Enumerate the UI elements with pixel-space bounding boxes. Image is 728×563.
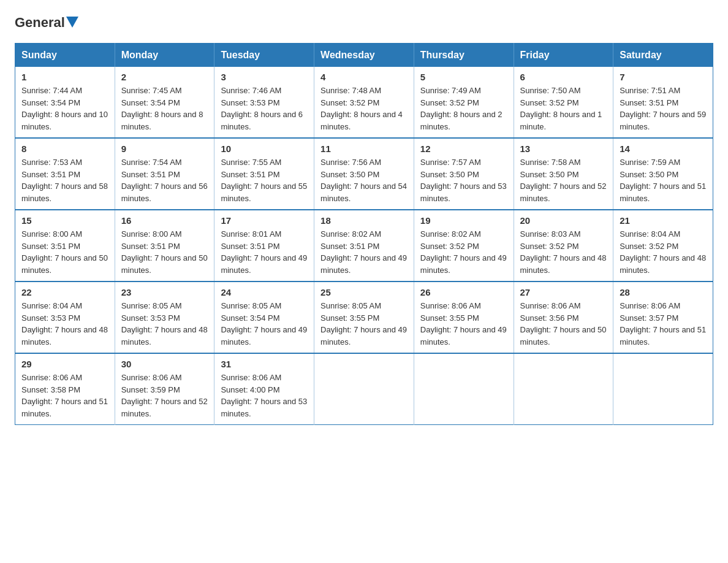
day-number: 23 — [121, 287, 208, 297]
day-info: Sunrise: 8:01 AMSunset: 3:51 PMDaylight:… — [221, 228, 308, 276]
svg-marker-0 — [66, 17, 78, 28]
day-number: 1 — [21, 72, 108, 82]
column-header-tuesday: Tuesday — [214, 44, 314, 67]
day-number: 13 — [520, 144, 607, 154]
day-cell: 11Sunrise: 7:56 AMSunset: 3:50 PMDayligh… — [314, 138, 414, 210]
day-number: 27 — [520, 287, 607, 297]
day-number: 18 — [320, 215, 408, 226]
week-row-4: 22Sunrise: 8:04 AMSunset: 3:53 PMDayligh… — [15, 282, 713, 353]
column-header-sunday: Sunday — [15, 44, 115, 67]
day-info: Sunrise: 7:56 AMSunset: 3:50 PMDaylight:… — [320, 156, 408, 204]
day-number: 10 — [221, 144, 308, 154]
day-number: 29 — [21, 359, 108, 369]
day-number: 3 — [221, 72, 308, 82]
day-info: Sunrise: 8:05 AMSunset: 3:55 PMDaylight:… — [320, 300, 408, 348]
day-info: Sunrise: 8:03 AMSunset: 3:52 PMDaylight:… — [520, 228, 607, 276]
day-info: Sunrise: 8:06 AMSunset: 3:57 PMDaylight:… — [620, 300, 707, 348]
day-number: 19 — [420, 215, 507, 226]
day-info: Sunrise: 7:45 AMSunset: 3:54 PMDaylight:… — [121, 85, 208, 132]
day-info: Sunrise: 7:49 AMSunset: 3:52 PMDaylight:… — [420, 85, 507, 132]
day-info: Sunrise: 8:05 AMSunset: 3:53 PMDaylight:… — [121, 300, 208, 348]
column-header-wednesday: Wednesday — [314, 44, 414, 67]
day-info: Sunrise: 8:05 AMSunset: 3:54 PMDaylight:… — [221, 300, 308, 348]
day-number: 8 — [21, 144, 108, 154]
day-number: 30 — [121, 359, 208, 369]
day-info: Sunrise: 7:51 AMSunset: 3:51 PMDaylight:… — [620, 85, 707, 132]
day-cell: 19Sunrise: 8:02 AMSunset: 3:52 PMDayligh… — [414, 210, 514, 282]
day-number: 11 — [320, 144, 408, 154]
day-number: 2 — [121, 72, 208, 82]
week-row-2: 8Sunrise: 7:53 AMSunset: 3:51 PMDaylight… — [15, 138, 713, 210]
day-number: 31 — [221, 359, 308, 369]
day-number: 28 — [620, 287, 707, 297]
day-cell: 9Sunrise: 7:54 AMSunset: 3:51 PMDaylight… — [115, 138, 214, 210]
day-info: Sunrise: 7:44 AMSunset: 3:54 PMDaylight:… — [21, 85, 108, 132]
day-cell — [613, 353, 713, 425]
column-header-friday: Friday — [514, 44, 613, 67]
day-number: 25 — [320, 287, 408, 297]
column-header-thursday: Thursday — [414, 44, 514, 67]
week-row-1: 1Sunrise: 7:44 AMSunset: 3:54 PMDaylight… — [15, 67, 713, 138]
day-cell: 3Sunrise: 7:46 AMSunset: 3:53 PMDaylight… — [214, 67, 314, 138]
day-info: Sunrise: 8:06 AMSunset: 3:58 PMDaylight:… — [21, 372, 108, 419]
day-info: Sunrise: 8:02 AMSunset: 3:52 PMDaylight:… — [420, 228, 507, 276]
day-number: 14 — [620, 144, 707, 154]
calendar-header-row: SundayMondayTuesdayWednesdayThursdayFrid… — [15, 44, 713, 67]
day-info: Sunrise: 7:50 AMSunset: 3:52 PMDaylight:… — [520, 85, 607, 132]
day-cell: 6Sunrise: 7:50 AMSunset: 3:52 PMDaylight… — [514, 67, 613, 138]
day-number: 4 — [320, 72, 408, 82]
day-info: Sunrise: 8:06 AMSunset: 3:55 PMDaylight:… — [420, 300, 507, 348]
day-number: 6 — [520, 72, 607, 82]
day-cell: 4Sunrise: 7:48 AMSunset: 3:52 PMDaylight… — [314, 67, 414, 138]
day-cell: 23Sunrise: 8:05 AMSunset: 3:53 PMDayligh… — [115, 282, 214, 353]
day-cell: 15Sunrise: 8:00 AMSunset: 3:51 PMDayligh… — [15, 210, 115, 282]
day-cell: 17Sunrise: 8:01 AMSunset: 3:51 PMDayligh… — [214, 210, 314, 282]
day-number: 5 — [420, 72, 507, 82]
day-number: 20 — [520, 215, 607, 226]
day-number: 7 — [620, 72, 707, 82]
day-cell — [414, 353, 514, 425]
day-info: Sunrise: 8:04 AMSunset: 3:53 PMDaylight:… — [21, 300, 108, 348]
day-info: Sunrise: 7:57 AMSunset: 3:50 PMDaylight:… — [420, 156, 507, 204]
day-info: Sunrise: 7:55 AMSunset: 3:51 PMDaylight:… — [221, 156, 308, 204]
day-number: 26 — [420, 287, 507, 297]
day-number: 22 — [21, 287, 108, 297]
day-info: Sunrise: 8:06 AMSunset: 4:00 PMDaylight:… — [221, 372, 308, 419]
calendar-table: SundayMondayTuesdayWednesdayThursdayFrid… — [15, 43, 713, 425]
day-cell: 30Sunrise: 8:06 AMSunset: 3:59 PMDayligh… — [115, 353, 214, 425]
day-number: 24 — [221, 287, 308, 297]
day-cell: 5Sunrise: 7:49 AMSunset: 3:52 PMDaylight… — [414, 67, 514, 138]
day-cell: 8Sunrise: 7:53 AMSunset: 3:51 PMDaylight… — [15, 138, 115, 210]
day-info: Sunrise: 7:53 AMSunset: 3:51 PMDaylight:… — [21, 156, 108, 204]
day-number: 15 — [21, 215, 108, 226]
day-info: Sunrise: 7:48 AMSunset: 3:52 PMDaylight:… — [320, 85, 408, 132]
week-row-3: 15Sunrise: 8:00 AMSunset: 3:51 PMDayligh… — [15, 210, 713, 282]
day-info: Sunrise: 8:04 AMSunset: 3:52 PMDaylight:… — [620, 228, 707, 276]
day-info: Sunrise: 8:00 AMSunset: 3:51 PMDaylight:… — [121, 228, 208, 276]
day-info: Sunrise: 8:00 AMSunset: 3:51 PMDaylight:… — [21, 228, 108, 276]
day-cell: 26Sunrise: 8:06 AMSunset: 3:55 PMDayligh… — [414, 282, 514, 353]
day-cell: 31Sunrise: 8:06 AMSunset: 4:00 PMDayligh… — [214, 353, 314, 425]
day-cell: 10Sunrise: 7:55 AMSunset: 3:51 PMDayligh… — [214, 138, 314, 210]
day-cell: 18Sunrise: 8:02 AMSunset: 3:51 PMDayligh… — [314, 210, 414, 282]
day-cell: 12Sunrise: 7:57 AMSunset: 3:50 PMDayligh… — [414, 138, 514, 210]
day-cell: 28Sunrise: 8:06 AMSunset: 3:57 PMDayligh… — [613, 282, 713, 353]
column-header-monday: Monday — [115, 44, 214, 67]
day-cell: 13Sunrise: 7:58 AMSunset: 3:50 PMDayligh… — [514, 138, 613, 210]
day-number: 9 — [121, 144, 208, 154]
day-number: 16 — [121, 215, 208, 226]
day-cell: 16Sunrise: 8:00 AMSunset: 3:51 PMDayligh… — [115, 210, 214, 282]
day-cell: 22Sunrise: 8:04 AMSunset: 3:53 PMDayligh… — [15, 282, 115, 353]
day-number: 21 — [620, 215, 707, 226]
day-cell: 27Sunrise: 8:06 AMSunset: 3:56 PMDayligh… — [514, 282, 613, 353]
day-cell: 14Sunrise: 7:59 AMSunset: 3:50 PMDayligh… — [613, 138, 713, 210]
day-number: 12 — [420, 144, 507, 154]
page-header: General — [15, 15, 713, 31]
logo: General — [15, 15, 78, 31]
day-info: Sunrise: 7:58 AMSunset: 3:50 PMDaylight:… — [520, 156, 607, 204]
day-info: Sunrise: 7:54 AMSunset: 3:51 PMDaylight:… — [121, 156, 208, 204]
day-info: Sunrise: 7:46 AMSunset: 3:53 PMDaylight:… — [221, 85, 308, 132]
day-cell — [514, 353, 613, 425]
day-info: Sunrise: 7:59 AMSunset: 3:50 PMDaylight:… — [620, 156, 707, 204]
logo-general: General — [15, 15, 65, 31]
